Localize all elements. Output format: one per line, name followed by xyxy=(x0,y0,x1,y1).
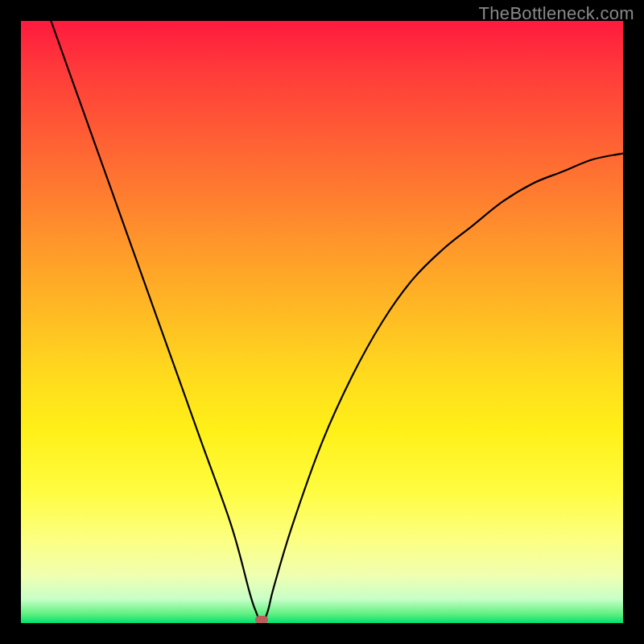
chart-curve xyxy=(21,21,623,623)
chart-plot-area xyxy=(21,21,623,623)
watermark-text: TheBottleneck.com xyxy=(479,3,634,24)
chart-marker xyxy=(255,616,268,623)
